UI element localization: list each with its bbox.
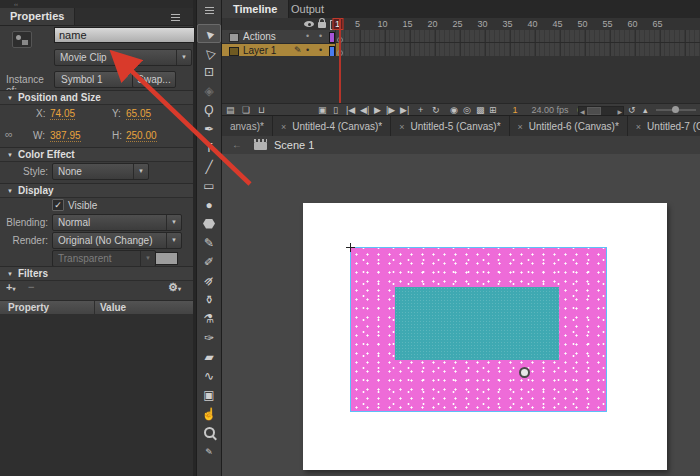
frame-number-60[interactable]: 60 bbox=[627, 19, 637, 29]
layer-visibility-dot[interactable]: • bbox=[306, 30, 309, 43]
paint-bucket-tool[interactable]: ⚱ bbox=[197, 290, 221, 309]
instance-of-field[interactable]: Symbol 1 bbox=[54, 71, 134, 88]
inner-teal-rectangle[interactable] bbox=[395, 287, 559, 360]
frame-number-1[interactable]: 1 bbox=[332, 18, 343, 30]
pasteboard[interactable] bbox=[222, 154, 700, 476]
pencil-tool[interactable]: ✎ bbox=[197, 233, 221, 252]
collapse-triangle-icon: ▼ bbox=[7, 92, 13, 105]
3d-rotation-tool[interactable]: ◈ bbox=[197, 81, 221, 100]
pen-tool[interactable]: ✒ bbox=[197, 119, 221, 138]
scroll-right-icon[interactable]: ▶ bbox=[617, 108, 622, 115]
timeline-tab-bar: Timeline Output bbox=[222, 0, 700, 19]
swap-button[interactable]: Swap... bbox=[132, 71, 176, 88]
small-pencil-tool[interactable]: ✎ bbox=[197, 442, 221, 461]
properties-tab[interactable]: Properties bbox=[0, 8, 75, 25]
add-filter-button[interactable]: +▾ bbox=[6, 281, 15, 293]
frame-number-55[interactable]: 55 bbox=[602, 19, 612, 29]
hand-tool[interactable]: ☝ bbox=[197, 404, 221, 423]
line-tool[interactable]: ╱ bbox=[197, 157, 221, 176]
frame-number-50[interactable]: 50 bbox=[577, 19, 587, 29]
filters-section-header[interactable]: ▼Filters bbox=[0, 266, 193, 281]
display-section-header[interactable]: ▼Display bbox=[0, 183, 193, 198]
background-color-swatch[interactable] bbox=[155, 252, 178, 265]
zoom-tool[interactable] bbox=[197, 423, 221, 442]
lock-aspect-ratio-icon[interactable]: ∞ bbox=[5, 128, 13, 140]
size-row: ∞ W: 387.95 H: 250.00 bbox=[0, 130, 193, 144]
small-pencil-tool-icon: ✎ bbox=[205, 447, 213, 457]
position-size-section-header[interactable]: ▼Position and Size bbox=[0, 90, 193, 105]
layer-lock-dot[interactable]: • bbox=[319, 30, 322, 43]
chevron-down-icon: ▼ bbox=[176, 50, 191, 65]
oval-tool[interactable]: ● bbox=[197, 195, 221, 214]
close-tab-icon[interactable]: × bbox=[636, 122, 641, 132]
color-effect-section-header[interactable]: ▼Color Effect bbox=[0, 147, 193, 162]
scrollbar-thumb[interactable] bbox=[587, 107, 601, 115]
frame-number-10[interactable]: 10 bbox=[377, 19, 387, 29]
show-hide-all-layers-icon[interactable] bbox=[304, 21, 314, 27]
brush-tool[interactable]: ✐ bbox=[197, 252, 221, 271]
document-tab-partial[interactable]: anvas)* bbox=[222, 116, 273, 137]
document-tab-untitled-5[interactable]: ×Untitled-5 (Canvas)* bbox=[391, 116, 509, 137]
camera-tool[interactable]: ▣ bbox=[197, 385, 221, 404]
rectangle-tool[interactable]: ▭ bbox=[197, 176, 221, 195]
frame-number-30[interactable]: 30 bbox=[477, 19, 487, 29]
lasso-tool[interactable]: Ϙ bbox=[197, 100, 221, 119]
frame-grid[interactable] bbox=[335, 30, 700, 56]
document-tab-untitled-6[interactable]: ×Untitled-6 (Canvas)* bbox=[510, 116, 628, 137]
bone-tool[interactable]: ⋔ bbox=[197, 271, 221, 290]
w-value[interactable]: 387.95 bbox=[50, 130, 81, 142]
subselection-tool-icon: △ bbox=[201, 44, 217, 60]
frame-number-35[interactable]: 35 bbox=[502, 19, 512, 29]
symbol-type-dropdown[interactable]: Movie Clip ▼ bbox=[54, 49, 192, 66]
frame-number-40[interactable]: 40 bbox=[527, 19, 537, 29]
eyedropper-tool[interactable]: ✑ bbox=[197, 328, 221, 347]
selected-movie-clip-shape[interactable] bbox=[350, 247, 607, 412]
document-tab-untitled-7[interactable]: ×Untitled-7 (Canvas)* bbox=[628, 116, 700, 137]
tools-panel-menu-button[interactable] bbox=[202, 6, 216, 15]
tab-output[interactable]: Output bbox=[280, 0, 335, 18]
text-tool[interactable]: T bbox=[197, 138, 221, 157]
close-tab-icon[interactable]: × bbox=[399, 122, 404, 132]
close-tab-icon[interactable]: × bbox=[518, 122, 523, 132]
value-column-header[interactable]: Value bbox=[100, 301, 126, 315]
frame-number-25[interactable]: 25 bbox=[452, 19, 462, 29]
h-value[interactable]: 250.00 bbox=[126, 130, 157, 142]
playhead[interactable] bbox=[339, 18, 341, 103]
close-tab-icon[interactable]: × bbox=[281, 122, 286, 132]
instance-name-input[interactable] bbox=[54, 27, 195, 43]
style-dropdown[interactable]: None ▼ bbox=[52, 163, 149, 180]
timeline-zoom-slider[interactable] bbox=[656, 109, 696, 111]
collapse-panels-icon[interactable]: ‹‹ bbox=[14, 1, 18, 7]
stage[interactable] bbox=[303, 203, 667, 470]
back-arrow-icon[interactable]: ← bbox=[232, 136, 242, 154]
scroll-left-icon[interactable]: ◀ bbox=[580, 108, 585, 115]
free-transform-tool[interactable]: ⊡ bbox=[197, 62, 221, 81]
selection-tool[interactable]: ▲ bbox=[197, 24, 221, 43]
properties-panel-menu-button[interactable] bbox=[168, 13, 182, 22]
tab-label: Untitled-7 (Canvas)* bbox=[647, 121, 700, 132]
x-value[interactable]: 74.05 bbox=[50, 108, 75, 120]
frame-number-15[interactable]: 15 bbox=[402, 19, 412, 29]
subselection-tool[interactable]: △ bbox=[197, 43, 221, 62]
width-tool[interactable]: ∿ bbox=[197, 366, 221, 385]
render-dropdown[interactable]: Original (No Change) ▼ bbox=[52, 232, 182, 249]
visible-checkbox[interactable]: ✓ bbox=[52, 199, 64, 211]
lock-all-layers-icon[interactable] bbox=[318, 22, 326, 28]
frame-number-65[interactable]: 65 bbox=[652, 19, 662, 29]
slider-thumb[interactable] bbox=[672, 106, 679, 113]
eraser-tool[interactable]: ▰ bbox=[197, 347, 221, 366]
scene-breadcrumb[interactable]: Scene 1 bbox=[274, 136, 314, 154]
document-tab-untitled-4[interactable]: ×Untitled-4 (Canvas)* bbox=[273, 116, 391, 137]
y-value[interactable]: 65.05 bbox=[126, 108, 151, 120]
remove-filter-button[interactable]: − bbox=[28, 281, 34, 293]
layer-row-actions[interactable]: Actions•• bbox=[222, 30, 335, 44]
filter-options-button[interactable]: ⚙▾ bbox=[168, 281, 181, 294]
frame-number-5[interactable]: 5 bbox=[355, 19, 360, 29]
frame-number-45[interactable]: 45 bbox=[552, 19, 562, 29]
frame-number-20[interactable]: 20 bbox=[427, 19, 437, 29]
polystar-tool[interactable] bbox=[197, 214, 221, 233]
blending-dropdown[interactable]: Normal ▼ bbox=[52, 214, 182, 231]
tab-label: Untitled-6 (Canvas)* bbox=[529, 121, 619, 132]
property-column-header[interactable]: Property bbox=[8, 301, 49, 315]
ink-bottle-tool[interactable]: ⚗ bbox=[197, 309, 221, 328]
